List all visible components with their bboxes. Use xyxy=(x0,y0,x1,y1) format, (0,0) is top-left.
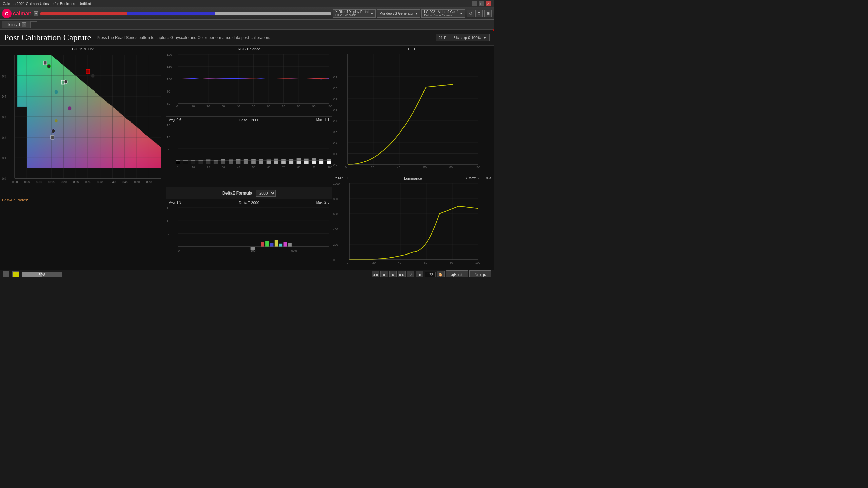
nav-loop-button[interactable]: ↺ xyxy=(407,271,414,277)
deltae-color-max: Max: 2.5 xyxy=(316,201,329,204)
deltae-color-avg: Avg: 1.3 xyxy=(169,201,181,204)
profile-device-sublabel: Dolby Vision Cinema xyxy=(424,14,458,17)
deltae-grayscale-chart: Avg: 0.6 DeltaE 2000 Max: 1.1 xyxy=(166,117,332,187)
nav-stop-button[interactable]: ■ xyxy=(380,271,388,277)
titlebar: Calman 2021 Calman Ultimate for Business… xyxy=(0,0,494,7)
settings-button-1[interactable]: ◁ xyxy=(467,10,474,17)
history-tab-close[interactable]: ✕ xyxy=(22,22,26,27)
generator-device-label: Murideo 7G Generator xyxy=(379,12,413,15)
point-selector[interactable]: 21 Point 5% step 0-100% ▼ xyxy=(436,34,490,41)
formula-select[interactable]: 2000 76 94 xyxy=(256,190,276,197)
right-panel: EOTF Y Min: 0 Luminance Y Max: 669.3763 xyxy=(332,46,494,270)
cie-canvas xyxy=(1,47,164,194)
nav-prev-button[interactable]: ◀◀ xyxy=(372,271,379,277)
display-device-sublabel: LG C1 48 WBE xyxy=(335,14,369,17)
luminance-y-max: Y Max: 669.3763 xyxy=(466,176,491,180)
gray-swatch xyxy=(3,271,9,277)
cie-title: CIE 1976 u'v' xyxy=(72,47,94,51)
generator-dropdown-arrow: ▼ xyxy=(415,12,418,15)
svg-marker-0 xyxy=(493,14,494,41)
progress-label: 50% xyxy=(39,273,45,277)
next-icon: ▶ xyxy=(483,272,486,277)
notes-textarea[interactable] xyxy=(2,202,164,258)
luminance-chart: Y Min: 0 Luminance Y Max: 669.3763 xyxy=(332,175,494,270)
counter-display: 123 xyxy=(425,272,435,277)
next-label: Next xyxy=(474,272,483,277)
notes-panel: Post-Cal Notes: xyxy=(0,196,166,270)
left-panel: CIE 1976 u'v' Post-Cal Notes: xyxy=(0,46,166,270)
history-bar: History 1 ✕ + xyxy=(0,20,494,30)
point-selector-label: 21 Point 5% step 0-100% xyxy=(439,36,481,40)
luminance-title: Luminance xyxy=(404,176,422,180)
toolbar-right: 21 Point 5% step 0-100% ▼ xyxy=(436,34,490,41)
settings-button-2[interactable]: ⚙ xyxy=(475,10,483,17)
logo-text: calman xyxy=(13,11,32,17)
eotf-title: EOTF xyxy=(408,47,418,51)
logo-dropdown[interactable]: ▼ xyxy=(34,11,38,16)
nav-next-skip-button[interactable]: ▶▶ xyxy=(398,271,406,277)
main-content: Post Calibration Capture Press the Read … xyxy=(0,30,494,277)
point-selector-arrow: ▼ xyxy=(483,36,487,40)
back-button[interactable]: ◀ Back xyxy=(446,270,468,277)
topbar: C calman ▼ X-Rite i1Display Retail LG C1… xyxy=(0,7,494,20)
profile-device-dropdown[interactable]: LG 2021 Alpha 9 Gen4 Dolby Vision Cinema… xyxy=(421,9,465,18)
bottom-bar: 50% ◀◀ ■ ▶ ▶▶ ↺ ⏺ 123 🎨 ◀ Back Next ▶ xyxy=(0,270,494,277)
page-title: Post Calibration Capture xyxy=(4,33,91,43)
deltae-gs-avg: Avg: 0.6 xyxy=(169,118,181,122)
display-device-label: X-Rite i1Display Retail xyxy=(335,10,369,14)
logo-icon: C xyxy=(2,9,12,18)
rgb-canvas xyxy=(166,46,332,114)
middle-panel: RGB Balance Avg: 0.6 DeltaE 2000 Max: 1.… xyxy=(166,46,332,270)
nav-controls: ◀◀ ■ ▶ ▶▶ ↺ ⏺ 123 🎨 ◀ Back Next ▶ xyxy=(372,270,491,277)
next-button[interactable]: Next ▶ xyxy=(469,270,491,277)
display-dropdown-arrow: ▼ xyxy=(370,12,373,15)
nav-play-button[interactable]: ▶ xyxy=(389,271,397,277)
eotf-chart: EOTF xyxy=(332,46,494,175)
titlebar-title: Calman 2021 Calman Ultimate for Business… xyxy=(3,2,91,6)
deltae-color-canvas xyxy=(166,199,332,257)
back-label: Back xyxy=(454,272,463,277)
color-picker-button[interactable]: 🎨 xyxy=(437,271,445,277)
deltae-gs-canvas xyxy=(166,117,332,171)
rgb-balance-title: RGB Balance xyxy=(238,47,260,51)
red-arrow-icon xyxy=(493,14,494,41)
display-device-dropdown[interactable]: X-Rite i1Display Retail LG C1 48 WBE ▼ xyxy=(333,9,376,18)
history-add-tab[interactable]: + xyxy=(30,21,37,28)
back-icon: ◀ xyxy=(451,272,454,277)
page-subtitle: Press the Read Series button to capture … xyxy=(97,35,270,40)
yellow-swatch xyxy=(12,271,19,277)
notes-label: Post-Cal Notes: xyxy=(2,198,28,202)
deltae-formula-row: DeltaE Formula 2000 76 94 xyxy=(166,187,332,199)
generator-device-dropdown[interactable]: Murideo 7G Generator ▼ xyxy=(377,9,420,18)
profile-dropdown-arrow: ▼ xyxy=(460,12,463,15)
deltae-color-chart: Avg: 1.3 DeltaE 2000 Max: 2.5 xyxy=(166,199,332,270)
settings-button-3[interactable]: ⊞ xyxy=(484,10,492,17)
nav-record-button[interactable]: ⏺ xyxy=(416,271,423,277)
close-button[interactable]: ✕ xyxy=(486,1,491,6)
luminance-canvas xyxy=(332,175,481,270)
deltae-color-title: DeltaE 2000 xyxy=(239,201,259,205)
deltae-gs-max: Max: 1.1 xyxy=(316,118,329,122)
rgb-balance-chart: RGB Balance xyxy=(166,46,332,117)
add-tab-icon: + xyxy=(33,23,35,27)
luminance-y-min: Y Min: 0 xyxy=(335,176,348,180)
cie-chart: CIE 1976 u'v' xyxy=(0,46,166,196)
progress-track: 50% xyxy=(22,272,62,277)
page-header: Post Calibration Capture Press the Read … xyxy=(0,30,494,46)
history-tab-label: History 1 xyxy=(6,23,20,27)
charts-area: CIE 1976 u'v' Post-Cal Notes: RGB Balanc… xyxy=(0,46,494,270)
logo: C calman xyxy=(2,9,32,18)
device-controls: X-Rite i1Display Retail LG C1 48 WBE ▼ M… xyxy=(333,9,492,18)
titlebar-left: Calman 2021 Calman Ultimate for Business… xyxy=(3,2,91,6)
titlebar-controls: ─ □ ✕ xyxy=(472,1,491,6)
formula-label: DeltaE Formula xyxy=(222,191,252,196)
maximize-button[interactable]: □ xyxy=(479,1,484,6)
progress-bar xyxy=(40,12,331,15)
minimize-button[interactable]: ─ xyxy=(472,1,477,6)
eotf-canvas xyxy=(332,46,481,175)
history-tab-1[interactable]: History 1 ✕ xyxy=(2,21,30,28)
deltae-gs-title: DeltaE 2000 xyxy=(239,118,259,122)
profile-device-label: LG 2021 Alpha 9 Gen4 xyxy=(424,10,458,14)
